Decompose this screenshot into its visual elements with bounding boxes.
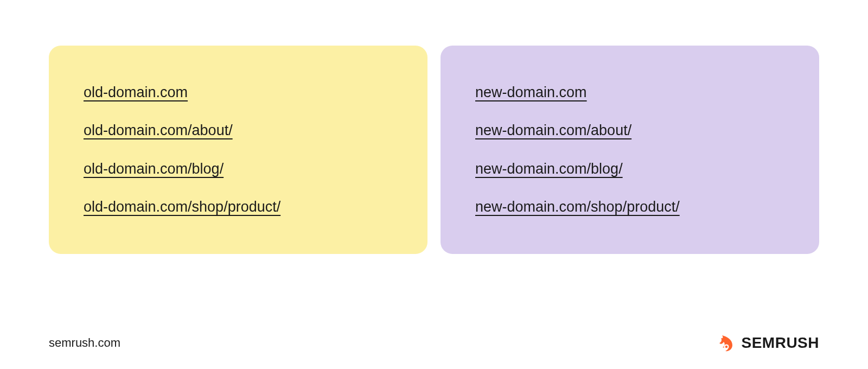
url-item: old-domain.com/shop/product/ [84,198,280,215]
footer-site-text: semrush.com [49,336,120,350]
footer: semrush.com SEMRUSH [0,333,868,353]
svg-point-1 [725,346,727,348]
url-item: new-domain.com/shop/product/ [475,198,680,215]
semrush-logo-text: SEMRUSH [741,334,819,352]
url-item: new-domain.com [475,84,587,101]
url-item: old-domain.com/about/ [84,122,233,139]
url-item: old-domain.com/blog/ [84,160,224,177]
old-domain-panel: old-domain.com old-domain.com/about/ old… [49,46,427,254]
panels-container: old-domain.com old-domain.com/about/ old… [0,0,868,254]
url-item: new-domain.com/about/ [475,122,631,139]
url-item: old-domain.com [84,84,188,101]
semrush-flame-icon [717,333,737,353]
semrush-logo: SEMRUSH [717,333,819,353]
new-domain-panel: new-domain.com new-domain.com/about/ new… [441,46,819,254]
url-item: new-domain.com/blog/ [475,160,623,177]
